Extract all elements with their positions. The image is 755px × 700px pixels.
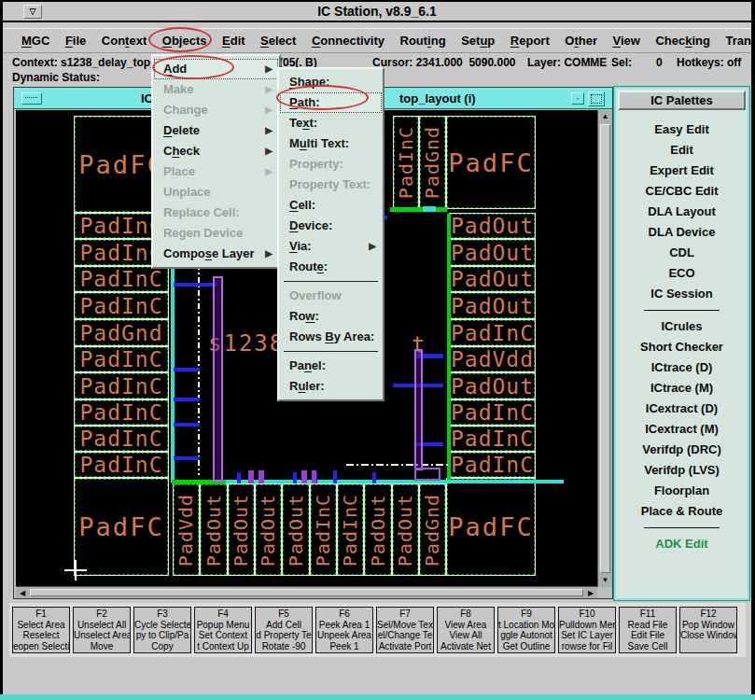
pad-cell-padout[interactable]: PadOut xyxy=(200,483,228,576)
ic-palettes-titlebar[interactable]: IC Palettes xyxy=(618,91,746,110)
vertical-scrollbar[interactable]: ▲ ▼ xyxy=(597,110,612,587)
palette-item-ictrace-m[interactable]: ICtrace (M) xyxy=(616,378,748,399)
palette-item-ictrace-d[interactable]: ICtrace (D) xyxy=(616,357,748,378)
pad-cell-padinc[interactable]: PadInC xyxy=(310,483,337,576)
palette-item-icextract-m[interactable]: ICextract (M) xyxy=(616,419,748,440)
menubar-item-setup[interactable]: Setup xyxy=(461,34,495,48)
palette-item-expert-edit[interactable]: Expert Edit xyxy=(616,161,748,181)
pad-cell-padvdd[interactable]: PadVdd xyxy=(173,483,200,576)
horizontal-scrollbar-thumb[interactable] xyxy=(30,589,583,596)
layout-window-maximize-button[interactable] xyxy=(588,91,605,106)
scroll-right-icon[interactable]: ▶ xyxy=(584,587,597,598)
function-key-f6[interactable]: F6Peek Area 1Unpeek AreaPeek 1 xyxy=(315,607,373,653)
palette-item-floorplan[interactable]: Floorplan xyxy=(616,481,748,501)
palette-item-dla-device[interactable]: DLA Device xyxy=(616,222,748,243)
menubar-item-edit[interactable]: Edit xyxy=(222,34,245,48)
menubar-item-view[interactable]: View xyxy=(612,34,639,48)
palette-item-short-checker[interactable]: Short Checker xyxy=(616,337,748,357)
palette-item-edit[interactable]: Edit xyxy=(616,140,748,161)
palette-item-verifdp-lvs[interactable]: Verifdp (LVS) xyxy=(616,460,748,481)
objects-menu-item-check[interactable]: Check▶ xyxy=(154,141,278,161)
horizontal-scrollbar[interactable]: ◀ ▶ xyxy=(16,586,597,598)
add-submenu-item-cell[interactable]: Cell: xyxy=(280,195,382,216)
pad-cell-padout[interactable]: PadOut xyxy=(392,483,419,576)
pad-cell-padinc[interactable]: PadInC xyxy=(74,399,169,426)
palette-item-verifdp-drc[interactable]: Verifdp (DRC) xyxy=(616,440,748,460)
pad-cell-padfc[interactable]: PadFC xyxy=(446,116,536,209)
palette-item-icrules[interactable]: ICrules xyxy=(616,316,748,337)
pad-cell-padinc[interactable]: PadInC xyxy=(393,116,419,209)
pad-cell-padout[interactable]: PadOut xyxy=(449,266,536,292)
menubar-item-connectivity[interactable]: Connectivity xyxy=(312,34,384,48)
pad-cell-padout[interactable]: PadOut xyxy=(255,483,282,576)
add-submenu-item-panel[interactable]: Panel: xyxy=(280,356,382,376)
window-menu-button[interactable]: ▽ xyxy=(23,5,42,19)
palette-item-ic-session[interactable]: IC Session xyxy=(616,284,748,304)
pad-cell-padout[interactable]: PadOut xyxy=(449,372,536,399)
pad-cell-padout[interactable]: PadOut xyxy=(449,292,536,319)
pad-cell-padinc[interactable]: PadInC xyxy=(74,346,169,372)
function-key-f2[interactable]: F2Unselect AllUnselect AreaMove xyxy=(73,607,131,653)
add-submenu-item-rows-by-area[interactable]: Rows By Area: xyxy=(280,327,382,347)
function-key-f7[interactable]: F7Sel/Move Texel/Change TeActivate Port xyxy=(376,607,434,653)
scroll-left-icon[interactable]: ◀ xyxy=(16,587,29,598)
pad-cell-padinc[interactable]: PadInC xyxy=(337,483,364,576)
palette-item-icextract-d[interactable]: ICextract (D) xyxy=(616,399,748,419)
function-key-f10[interactable]: F10Pulldown MenSet IC Layerrowse for Fil xyxy=(558,607,616,653)
add-submenu-item-via[interactable]: Via:▶ xyxy=(280,236,382,257)
add-submenu-item-text[interactable]: Text: xyxy=(280,113,382,133)
pad-cell-padout[interactable]: PadOut xyxy=(228,483,255,576)
objects-menu-item-compose-layer[interactable]: Compose Layer▶ xyxy=(154,244,278,264)
function-key-f8[interactable]: F8View AreaView AllActivate Net xyxy=(437,607,495,653)
pad-cell-padinc[interactable]: PadInC xyxy=(74,292,169,319)
pad-cell-padinc[interactable]: PadInC xyxy=(449,426,536,452)
menubar-item-checking[interactable]: Checking xyxy=(655,34,710,48)
pad-cell-padfc[interactable]: PadFC xyxy=(446,478,536,576)
menubar-item-select[interactable]: Select xyxy=(260,34,296,48)
pad-cell-padgnd[interactable]: PadGnd xyxy=(419,116,446,209)
function-key-f1[interactable]: F1Select AreaReselecteopen Selectio xyxy=(12,607,70,653)
pad-cell-padinc[interactable]: PadInC xyxy=(74,372,169,399)
add-submenu-item-device[interactable]: Device: xyxy=(280,216,382,236)
pad-cell-padout[interactable]: PadOut xyxy=(449,213,536,239)
menubar-item-other[interactable]: Other xyxy=(565,34,597,48)
menubar-item-mgc[interactable]: MGC xyxy=(21,34,49,48)
pad-cell-padinc[interactable]: PadInC xyxy=(449,319,536,346)
function-key-f4[interactable]: F4Popup MenuSet Contextt Context Up xyxy=(194,607,252,653)
pad-cell-padvdd[interactable]: PadVdd xyxy=(449,346,536,372)
function-key-f5[interactable]: F5Add Celld Property TeRotate -90 xyxy=(255,607,313,653)
palette-item-cdl[interactable]: CDL xyxy=(616,243,748,263)
scroll-up-icon[interactable]: ▲ xyxy=(598,110,612,123)
pad-cell-padout[interactable]: PadOut xyxy=(364,483,392,576)
objects-menu-item-delete[interactable]: Delete▶ xyxy=(154,120,278,141)
pad-cell-padgnd[interactable]: PadGnd xyxy=(74,319,169,346)
scroll-down-icon[interactable]: ▼ xyxy=(598,574,612,587)
pad-cell-padinc[interactable]: PadInC xyxy=(74,426,169,452)
add-submenu-item-row[interactable]: Row: xyxy=(280,306,382,327)
function-key-f9[interactable]: F9t Location Moggle AutonotGet Outline xyxy=(497,607,555,653)
palette-item-ce-cbc-edit[interactable]: CE/CBC Edit xyxy=(616,181,748,202)
function-key-f11[interactable]: F11Read FileEdit FileSave Cell xyxy=(619,607,677,653)
layout-window-iconify-button[interactable]: · xyxy=(571,92,584,105)
palette-item-easy-edit[interactable]: Easy Edit xyxy=(616,119,748,140)
menubar-item-file[interactable]: File xyxy=(65,34,86,48)
pad-cell-padinc[interactable]: PadInC xyxy=(74,266,169,292)
vertical-scrollbar-thumb[interactable] xyxy=(600,124,610,573)
add-submenu-item-ruler[interactable]: Ruler: xyxy=(280,376,382,397)
palette-item-dla-layout[interactable]: DLA Layout xyxy=(616,202,748,222)
add-submenu-item-multi-text[interactable]: Multi Text: xyxy=(280,133,382,154)
pad-cell-padinc[interactable]: PadInC xyxy=(74,452,169,478)
palette-item-eco[interactable]: ECO xyxy=(616,263,748,284)
palette-item-place-route[interactable]: Place & Route xyxy=(616,501,748,522)
function-key-f12[interactable]: F12Pop WindowClose Window xyxy=(679,607,737,653)
pad-cell-padinc[interactable]: PadInC xyxy=(449,399,536,426)
add-submenu-item-route[interactable]: Route: xyxy=(280,257,382,277)
menubar-item-tran[interactable]: Tran xyxy=(725,34,750,48)
menubar-item-context[interactable]: Context xyxy=(102,34,147,48)
menubar-item-routing[interactable]: Routing xyxy=(400,34,446,48)
pad-cell-padout[interactable]: PadOut xyxy=(449,239,536,266)
function-key-f3[interactable]: F3Cycle Selectedpy to Clip/PaCopy xyxy=(133,607,191,653)
pad-cell-padout[interactable]: PadOut xyxy=(282,483,310,576)
palette-item-adk-edit[interactable]: ADK Edit xyxy=(616,534,748,554)
layout-window-menu-button[interactable] xyxy=(21,92,42,105)
